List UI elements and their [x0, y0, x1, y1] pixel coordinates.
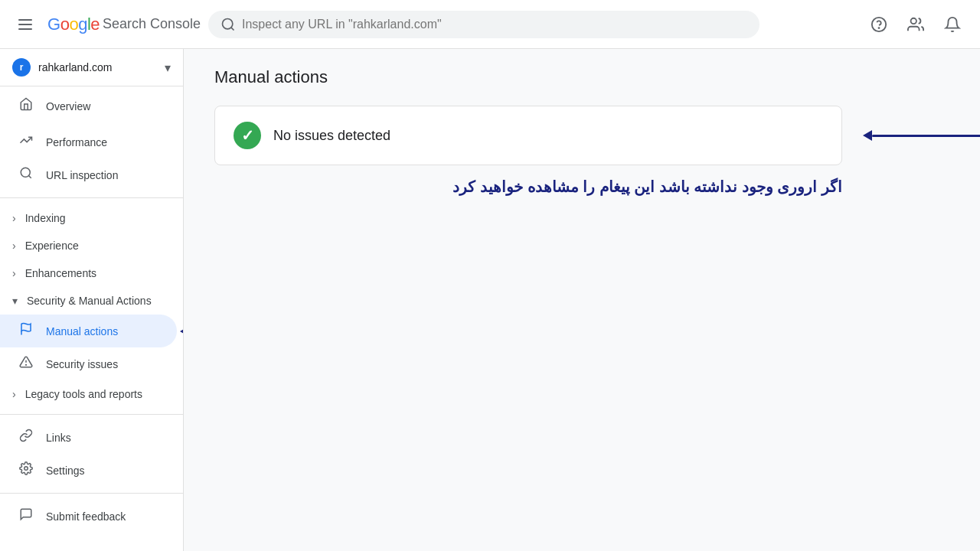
security-issues-label: Security issues	[46, 358, 118, 370]
status-arrow-head	[863, 130, 872, 141]
url-search-icon	[18, 166, 34, 184]
svg-line-6	[28, 175, 31, 178]
enhancements-arrow-icon: ›	[12, 267, 16, 279]
status-text: No issues detected	[273, 128, 390, 144]
divider-1	[0, 197, 183, 198]
svg-point-0	[223, 18, 233, 28]
security-arrow-icon: ▾	[12, 295, 18, 307]
help-button[interactable]	[864, 9, 894, 40]
sidebar: r rahkarland.com ▾ Overview	[0, 49, 184, 551]
sidebar-section-security[interactable]: ▾ Security & Manual Actions	[0, 287, 183, 315]
content-area: Manual actions ✓ No issues detected اگر …	[184, 49, 980, 551]
feedback-icon	[18, 507, 34, 525]
property-icon: r	[12, 58, 31, 77]
page-title: Manual actions	[214, 67, 949, 87]
divider-2	[0, 414, 183, 415]
notifications-button[interactable]	[937, 9, 968, 40]
sidebar-item-feedback[interactable]: Submit feedback	[0, 500, 177, 533]
svg-point-4	[911, 18, 916, 23]
sidebar-item-overview-label: Overview	[46, 100, 90, 112]
main-layout: r rahkarland.com ▾ Overview	[0, 49, 980, 551]
sidebar-section-experience[interactable]: › Experience	[0, 232, 183, 259]
status-arrow-line	[872, 135, 980, 137]
persian-text: اگر اروری وجود نداشته باشد این پیغام را …	[214, 178, 842, 196]
google-logo: Google	[47, 15, 100, 34]
sidebar-section-legacy[interactable]: › Legacy tools and reports	[0, 380, 183, 408]
search-icon	[220, 17, 236, 32]
settings-icon	[18, 461, 34, 479]
enhancements-label: Enhancements	[25, 267, 96, 279]
home-icon	[18, 97, 34, 115]
app-name: Search Console	[103, 16, 201, 32]
sidebar-section-enhancements[interactable]: › Enhancements	[0, 259, 183, 287]
property-selector[interactable]: r rahkarland.com ▾	[0, 49, 183, 86]
sidebar-item-performance[interactable]: Performance	[0, 126, 177, 158]
sidebar-item-links[interactable]: Links	[0, 421, 177, 454]
svg-line-1	[231, 27, 234, 30]
header-actions	[864, 9, 968, 40]
check-symbol: ✓	[241, 128, 254, 143]
sidebar-item-settings[interactable]: Settings	[0, 454, 177, 487]
experience-label: Experience	[25, 240, 79, 252]
logo-area: Google Search Console	[47, 15, 201, 34]
header-left: Google Search Console	[12, 13, 196, 36]
sidebar-item-security-issues[interactable]: Security issues	[0, 347, 177, 380]
experience-arrow-icon: ›	[12, 240, 16, 252]
property-dropdown-arrow: ▾	[165, 60, 171, 75]
sidebar-url-label: URL inspection	[46, 169, 118, 181]
sidebar-performance-label: Performance	[46, 136, 107, 148]
warning-icon	[18, 355, 34, 373]
persian-annotation: اگر اروری وجود نداشته باشد این پیغام را …	[214, 178, 842, 196]
trending-icon	[18, 133, 34, 151]
search-bar[interactable]	[208, 11, 760, 38]
status-arrow-annotation	[863, 130, 980, 141]
manual-actions-label: Manual actions	[46, 325, 118, 337]
sidebar-section-indexing[interactable]: › Indexing	[0, 204, 183, 232]
sidebar-item-url-inspection[interactable]: URL inspection	[0, 158, 177, 191]
hamburger-menu-button[interactable]	[12, 13, 38, 36]
property-name: rahkarland.com	[38, 61, 157, 73]
check-circle-icon: ✓	[234, 122, 261, 149]
security-label: Security & Manual Actions	[27, 295, 152, 307]
legacy-label: Legacy tools and reports	[25, 388, 142, 400]
status-card: ✓ No issues detected	[214, 106, 842, 165]
settings-label: Settings	[46, 465, 85, 477]
flag-icon	[18, 322, 34, 340]
link-icon	[18, 429, 34, 446]
search-input[interactable]	[242, 18, 747, 31]
header: Google Search Console	[0, 0, 980, 49]
svg-point-10	[24, 467, 28, 471]
legacy-arrow-icon: ›	[12, 388, 16, 400]
feedback-label: Submit feedback	[46, 510, 126, 523]
indexing-arrow-icon: ›	[12, 212, 16, 224]
indexing-label: Indexing	[25, 212, 66, 224]
security-sub-items: Manual actions مرحله اول کلیک روی این قس…	[0, 315, 183, 380]
sidebar-item-overview[interactable]: Overview	[0, 90, 177, 122]
divider-3	[0, 493, 183, 494]
nav-section-overview: Overview	[0, 90, 183, 122]
svg-point-5	[21, 168, 30, 177]
sidebar-item-manual-actions[interactable]: Manual actions	[0, 315, 177, 347]
links-label: Links	[46, 432, 71, 444]
people-button[interactable]	[900, 9, 931, 40]
